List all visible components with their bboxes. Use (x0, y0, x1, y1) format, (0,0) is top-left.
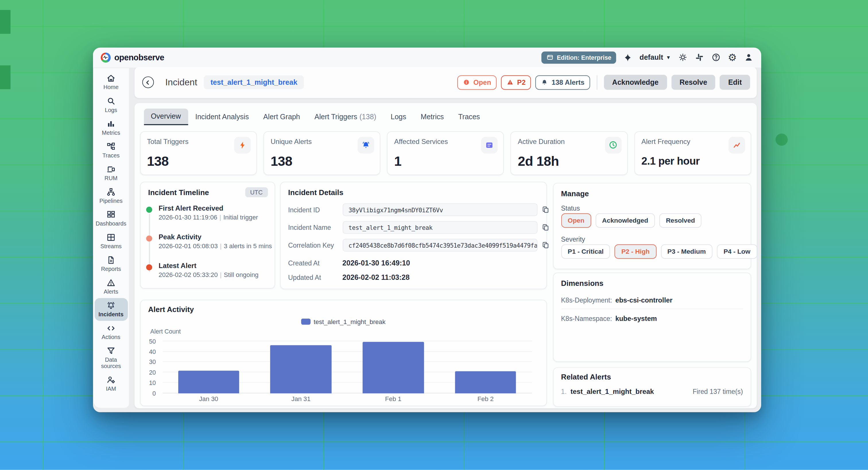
timeline-event-time: 2026-01-30 11:19:06|Initial trigger (159, 214, 258, 221)
incident-name-field[interactable]: test_alert_1_might_break (342, 221, 537, 234)
field-label: Created At (288, 259, 319, 267)
wallpaper-accent-dot (776, 134, 787, 146)
desktop: openobserve Edition: Enterprise default … (0, 0, 868, 470)
stat-active-duration: Active Duration 2d 18h (510, 131, 628, 175)
edit-button[interactable]: Edit (720, 75, 750, 90)
timeline-dot-salmon (146, 236, 152, 242)
copy-icon[interactable] (541, 223, 549, 232)
severity-option-p3[interactable]: P3 - Medium (661, 244, 712, 259)
back-button[interactable] (142, 77, 154, 88)
severity-option-p4[interactable]: P4 - Low (717, 244, 757, 259)
sidebar-item-streams[interactable]: Streams (94, 230, 128, 253)
related-alert-name: test_alert_1_might_break (570, 388, 654, 395)
alert-activity-plot (162, 341, 532, 393)
clock-icon (609, 140, 618, 150)
created-at-value: 2026-01-30 16:49:10 (342, 259, 410, 267)
timezone-badge: UTC (245, 187, 268, 197)
timeline-event-title: Peak Activity (159, 233, 202, 241)
legend-swatch (301, 319, 310, 325)
chart-legend[interactable]: test_alert_1_might_break (141, 318, 546, 325)
incident-alert-name-link[interactable]: test_alert_1_might_break (204, 75, 304, 89)
laptop-icon (106, 164, 116, 174)
y-axis-label: Alert Count (150, 328, 181, 334)
tab-label: Logs (391, 113, 406, 121)
card-title: Related Alerts (561, 373, 611, 381)
sidebar-item-reports[interactable]: Reports (94, 253, 128, 275)
tab-overview[interactable]: Overview (144, 108, 188, 125)
sidebar-item-alerts[interactable]: Alerts (94, 275, 128, 298)
x-tick-label: Feb 2 (455, 395, 516, 402)
tab-metrics[interactable]: Metrics (413, 108, 451, 125)
sidebar-item-iam[interactable]: IAM (94, 372, 128, 395)
divider (597, 75, 597, 90)
y-axis-ticks: 01020304050 (141, 341, 159, 393)
info-circle-icon (463, 79, 470, 86)
incident-id-field[interactable]: 38yVlibigx71ngm4snDY0iZT6Vv (342, 203, 537, 216)
severity-option-p1[interactable]: P1 - Critical (561, 244, 610, 259)
dimension-row: K8s-Deployment:ebs-csi-controller (561, 296, 673, 304)
sidebar-item-incidents[interactable]: Incidents (94, 298, 128, 321)
sidebar: Home Logs Metrics Traces RUM Pipelines (93, 68, 129, 407)
divider (561, 309, 743, 309)
stat-label: Active Duration (518, 138, 565, 145)
stat-label: Affected Services (394, 138, 448, 145)
timeline-event-title: First Alert Received (159, 205, 224, 212)
resolve-button[interactable]: Resolve (671, 75, 716, 90)
wallpaper-accent-rect (0, 10, 11, 34)
warning-triangle-icon (507, 79, 514, 86)
sidebar-item-label: RUM (104, 175, 117, 181)
search-icon (106, 96, 116, 106)
correlation-key-field[interactable]: cf2405438ce8b7d6f08cfb5474c3951e73dac3e4… (342, 239, 537, 252)
tab-logs[interactable]: Logs (383, 108, 414, 125)
stat-total-triggers: Total Triggers 138 (140, 131, 257, 175)
tab-traces[interactable]: Traces (451, 108, 487, 125)
timeline-dot-green (146, 207, 152, 213)
stat-value: 138 (147, 153, 169, 169)
chart-bar (363, 342, 424, 393)
bar-chart-icon (106, 119, 116, 128)
tab-label: Alert Triggers (314, 113, 357, 121)
sidebar-item-traces[interactable]: Traces (94, 139, 128, 161)
tab-alert-triggers[interactable]: Alert Triggers(138) (307, 108, 383, 125)
sidebar-item-label: Traces (102, 152, 120, 158)
sidebar-item-rum[interactable]: RUM (94, 161, 128, 184)
copy-icon[interactable] (541, 241, 549, 249)
acknowledge-button[interactable]: Acknowledge (604, 75, 667, 90)
card-title: Dimensions (561, 279, 603, 288)
tab-incident-analysis[interactable]: Incident Analysis (188, 108, 256, 125)
sidebar-item-label: Dashboards (96, 221, 126, 226)
timeline-event-time: 2026-02-02 05:33:20|Still ongoing (159, 271, 259, 278)
status-option-acknowledged[interactable]: Acknowledged (595, 213, 655, 228)
sidebar-item-data-sources[interactable]: Data sources (94, 343, 128, 372)
bell-icon (106, 300, 116, 310)
severity-option-p2[interactable]: P2 - High (615, 244, 656, 259)
card-title: Incident Timeline (148, 188, 209, 197)
x-axis-labels: Jan 30Jan 31Feb 1Feb 2 (162, 395, 532, 402)
wallpaper-accent-rect (0, 65, 11, 89)
status-option-open[interactable]: Open (561, 213, 591, 228)
stat-value: 138 (271, 153, 292, 169)
status-option-resolved[interactable]: Resolved (659, 213, 702, 228)
copy-icon[interactable] (541, 206, 549, 214)
sidebar-item-logs[interactable]: Logs (94, 93, 128, 116)
related-alert-fired-count: Fired 137 time(s) (693, 388, 743, 395)
sidebar-item-label: Actions (102, 334, 120, 340)
updated-at-value: 2026-02-02 11:03:28 (342, 273, 410, 282)
sidebar-item-dashboards[interactable]: Dashboards (94, 207, 128, 230)
incident-timeline-card: Incident Timeline UTC First Alert Receiv… (140, 182, 275, 289)
card-title: Incident Details (288, 188, 343, 197)
y-tick-label: 30 (149, 359, 156, 365)
related-alerts-card: Related Alerts 1. test_alert_1_might_bre… (553, 368, 751, 407)
card-title: Alert Activity (148, 305, 194, 314)
sidebar-item-metrics[interactable]: Metrics (94, 116, 128, 139)
sidebar-item-label: Metrics (102, 129, 120, 136)
funnel-icon (106, 346, 116, 356)
sidebar-item-pipelines[interactable]: Pipelines (94, 184, 128, 207)
severity-badge-p2: P2 (501, 75, 531, 90)
related-alert-row[interactable]: 1. test_alert_1_might_break Fired 137 ti… (561, 388, 743, 395)
sidebar-item-home[interactable]: Home (94, 71, 128, 93)
alerts-count-badge[interactable]: 138 Alerts (536, 75, 590, 90)
sidebar-item-actions[interactable]: Actions (94, 321, 128, 343)
tab-alert-graph[interactable]: Alert Graph (256, 108, 307, 125)
severity-section-label: Severity (561, 236, 585, 243)
